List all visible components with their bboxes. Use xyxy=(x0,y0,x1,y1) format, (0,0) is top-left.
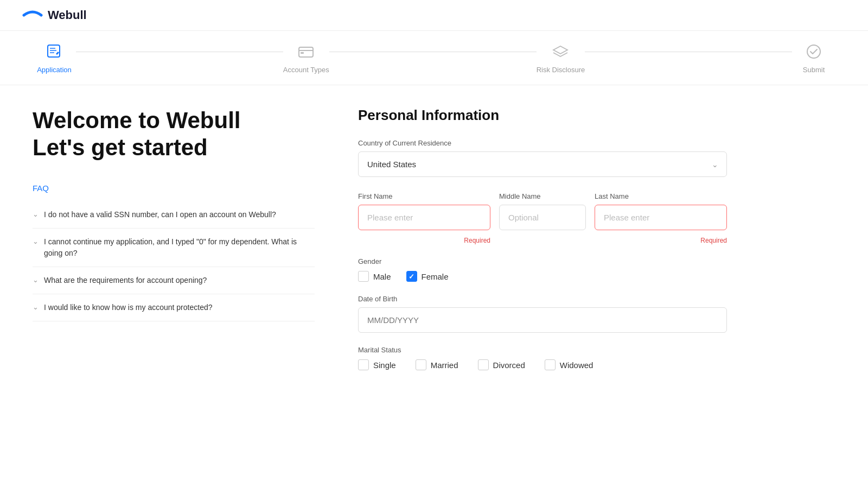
marital-divorced-label: Divorced xyxy=(493,360,525,370)
marital-label: Marital Status xyxy=(358,346,727,354)
check-circle-icon xyxy=(804,42,824,61)
faq-item-0[interactable]: ⌄ I do not have a valid SSN number, can … xyxy=(33,201,315,229)
first-name-label: First Name xyxy=(358,192,490,200)
svg-rect-0 xyxy=(48,45,60,57)
chevron-down-icon-2: ⌄ xyxy=(33,276,39,284)
right-panel: Personal Information Country of Current … xyxy=(358,107,727,383)
marital-divorced-option[interactable]: Divorced xyxy=(478,359,525,370)
gender-male-checkbox[interactable] xyxy=(358,271,369,282)
gender-female-label: Female xyxy=(422,272,449,281)
steps-bar: Application Account Types Risk Disclosur… xyxy=(0,31,868,85)
faq-item-3[interactable]: ⌄ I would like to know how is my account… xyxy=(33,294,315,321)
layers-icon xyxy=(551,42,570,61)
country-select-wrapper: United States ⌄ xyxy=(358,151,727,177)
step-line-3 xyxy=(585,52,792,52)
marital-single-label: Single xyxy=(373,360,396,370)
faq-item-1[interactable]: ⌄ I cannot continue my application, and … xyxy=(33,229,315,267)
middle-name-field: Middle Name xyxy=(499,192,586,230)
logo-icon xyxy=(22,8,43,23)
chevron-down-icon-0: ⌄ xyxy=(33,210,39,218)
last-name-input[interactable] xyxy=(595,205,727,230)
marital-widowed-option[interactable]: Widowed xyxy=(545,359,593,370)
last-name-error-container: Required xyxy=(595,235,727,244)
step-risk-disclosure[interactable]: Risk Disclosure xyxy=(537,42,585,74)
name-errors-row: Required Required xyxy=(358,235,727,244)
marital-options-group: Single Married Divorced Widowed xyxy=(358,359,727,370)
left-panel: Welcome to Webull Let's get started FAQ … xyxy=(33,107,315,383)
svg-rect-4 xyxy=(299,47,313,57)
gender-male-option[interactable]: Male xyxy=(358,271,391,282)
step-risk-disclosure-label: Risk Disclosure xyxy=(537,66,585,74)
gender-female-option[interactable]: Female xyxy=(406,271,449,282)
name-row: First Name Middle Name Last Name xyxy=(358,192,727,230)
first-name-input[interactable] xyxy=(358,205,490,230)
faq-question-2: What are the requirements for account op… xyxy=(44,275,207,286)
country-label: Country of Current Residence xyxy=(358,139,727,147)
faq-item-2[interactable]: ⌄ What are the requirements for account … xyxy=(33,267,315,294)
step-line-2 xyxy=(329,52,537,52)
chevron-down-icon-1: ⌄ xyxy=(33,237,39,245)
last-name-error: Required xyxy=(595,237,727,244)
step-submit-label: Submit xyxy=(803,66,825,74)
svg-rect-6 xyxy=(301,52,304,54)
logo-area: Webull xyxy=(22,8,87,23)
gender-male-label: Male xyxy=(373,272,391,281)
country-select[interactable]: United States xyxy=(358,151,727,177)
last-name-field: Last Name xyxy=(595,192,727,230)
main-content: Welcome to Webull Let's get started FAQ … xyxy=(0,85,760,405)
logo-text: Webull xyxy=(48,8,87,22)
dob-section: Date of Birth xyxy=(358,295,727,333)
middle-name-input[interactable] xyxy=(499,205,586,230)
faq-question-0: I do not have a valid SSN number, can I … xyxy=(44,209,276,220)
step-account-types[interactable]: Account Types xyxy=(283,42,329,74)
gender-section: Gender Male Female xyxy=(358,257,727,282)
marital-married-label: Married xyxy=(431,360,458,370)
svg-marker-7 xyxy=(553,46,567,54)
gender-checkbox-group: Male Female xyxy=(358,271,727,282)
top-bar: Webull xyxy=(0,0,868,31)
marital-married-option[interactable]: Married xyxy=(416,359,458,370)
middle-name-label: Middle Name xyxy=(499,192,586,200)
marital-divorced-checkbox[interactable] xyxy=(478,359,489,370)
step-application-label: Application xyxy=(37,66,72,74)
faq-question-1: I cannot continue my application, and I … xyxy=(44,236,315,259)
step-account-types-label: Account Types xyxy=(283,66,329,74)
gender-female-checkbox[interactable] xyxy=(406,271,417,282)
faq-label: FAQ xyxy=(33,184,315,193)
card-icon xyxy=(296,42,316,61)
marital-widowed-label: Widowed xyxy=(560,360,593,370)
svg-point-8 xyxy=(807,45,820,58)
last-name-label: Last Name xyxy=(595,192,727,200)
welcome-title: Welcome to Webull Let's get started xyxy=(33,107,315,162)
section-title: Personal Information xyxy=(358,107,727,124)
first-name-field: First Name xyxy=(358,192,490,230)
dob-label: Date of Birth xyxy=(358,295,727,303)
step-submit[interactable]: Submit xyxy=(792,42,835,74)
gender-label: Gender xyxy=(358,257,727,265)
marital-single-option[interactable]: Single xyxy=(358,359,396,370)
chevron-down-icon-3: ⌄ xyxy=(33,303,39,311)
middle-name-error-container xyxy=(499,235,586,244)
edit-icon xyxy=(44,42,64,61)
marital-single-checkbox[interactable] xyxy=(358,359,369,370)
marital-section: Marital Status Single Married Divorced W… xyxy=(358,346,727,370)
faq-question-3: I would like to know how is my account p… xyxy=(44,302,213,313)
step-line-1 xyxy=(76,52,283,52)
step-application[interactable]: Application xyxy=(33,42,76,74)
marital-married-checkbox[interactable] xyxy=(416,359,426,370)
first-name-error-container: Required xyxy=(358,235,490,244)
marital-widowed-checkbox[interactable] xyxy=(545,359,556,370)
dob-input[interactable] xyxy=(358,307,727,333)
first-name-error: Required xyxy=(358,237,490,244)
